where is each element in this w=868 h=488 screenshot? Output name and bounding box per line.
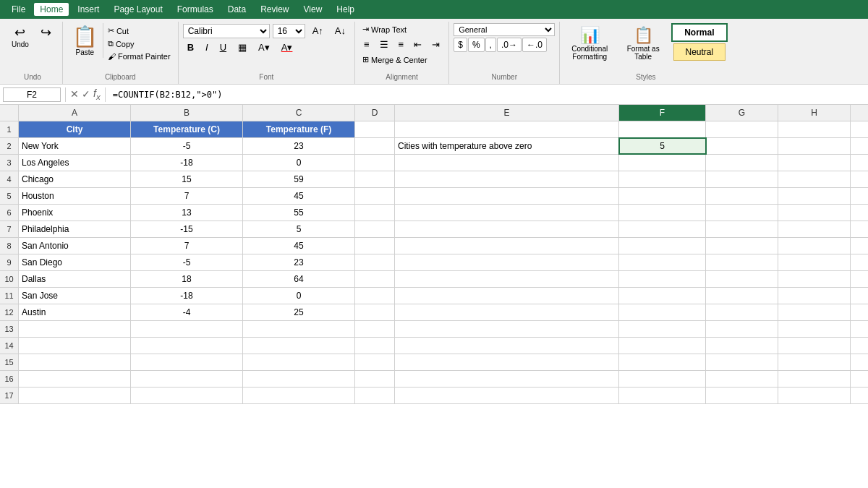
col-header-e[interactable]: E	[395, 105, 619, 121]
list-item[interactable]	[243, 388, 355, 403]
percent-button[interactable]: %	[468, 38, 485, 52]
list-item[interactable]	[778, 304, 851, 320]
list-item[interactable]	[395, 155, 619, 171]
list-item[interactable]: Houston	[19, 188, 131, 204]
list-item[interactable]: -5	[131, 138, 243, 154]
menu-data[interactable]: Data	[222, 3, 252, 16]
col-header-b[interactable]: B	[131, 105, 243, 121]
list-item[interactable]: -18	[131, 288, 243, 304]
list-item[interactable]	[395, 321, 619, 337]
list-item[interactable]: 23	[243, 254, 355, 270]
list-item[interactable]	[778, 171, 851, 187]
list-item[interactable]	[395, 371, 619, 387]
list-item[interactable]	[778, 138, 851, 154]
list-item[interactable]: Temperature (F)	[243, 121, 355, 137]
list-item[interactable]: 59	[243, 171, 355, 187]
align-left-button[interactable]: ≡	[359, 37, 374, 52]
col-header-d[interactable]: D	[355, 105, 395, 121]
list-item[interactable]: San Antonio	[19, 238, 131, 254]
row-header[interactable]: 1	[0, 121, 19, 137]
font-family-dropdown[interactable]: Calibri	[183, 24, 270, 38]
list-item[interactable]	[355, 138, 395, 154]
currency-button[interactable]: $	[454, 38, 467, 52]
list-item[interactable]: 0	[243, 288, 355, 304]
col-header-c[interactable]: C	[243, 105, 355, 121]
list-item[interactable]	[355, 254, 395, 270]
col-header-h[interactable]: H	[778, 105, 851, 121]
list-item[interactable]	[619, 171, 706, 187]
list-item[interactable]	[778, 238, 851, 254]
list-item[interactable]: Austin	[19, 304, 131, 320]
list-item[interactable]: Chicago	[19, 171, 131, 187]
list-item[interactable]	[706, 254, 778, 270]
list-item[interactable]	[395, 188, 619, 204]
menu-review[interactable]: Review	[255, 3, 294, 16]
list-item[interactable]	[19, 371, 131, 387]
list-item[interactable]	[243, 338, 355, 354]
col-header-i[interactable]: I	[851, 105, 868, 121]
list-item[interactable]	[395, 338, 619, 354]
list-item[interactable]: Phoenix	[19, 205, 131, 221]
list-item[interactable]	[619, 271, 706, 287]
list-item[interactable]	[778, 338, 851, 354]
list-item[interactable]	[706, 304, 778, 320]
row-header[interactable]: 3	[0, 155, 19, 171]
list-item[interactable]: 25	[243, 304, 355, 320]
list-item[interactable]	[355, 354, 395, 370]
list-item[interactable]: Cities with temperature above zero	[395, 138, 619, 154]
list-item[interactable]: 45	[243, 188, 355, 204]
list-item[interactable]: -4	[131, 304, 243, 320]
list-item[interactable]: 7	[131, 238, 243, 254]
list-item[interactable]	[619, 321, 706, 337]
align-center-button[interactable]: ☰	[375, 37, 393, 52]
list-item[interactable]: -15	[131, 221, 243, 237]
list-item[interactable]	[619, 188, 706, 204]
list-item[interactable]	[851, 221, 868, 237]
underline-button[interactable]: U	[216, 40, 231, 55]
list-item[interactable]	[619, 371, 706, 387]
menu-page-layout[interactable]: Page Layout	[108, 3, 168, 16]
list-item[interactable]	[851, 155, 868, 171]
list-item[interactable]	[851, 321, 868, 337]
font-grow-button[interactable]: A↑	[308, 23, 328, 38]
comma-button[interactable]: ,	[485, 38, 496, 52]
row-header[interactable]: 15	[0, 354, 19, 370]
list-item[interactable]: -5	[131, 254, 243, 270]
list-item[interactable]	[778, 188, 851, 204]
list-item[interactable]: City	[19, 121, 131, 137]
list-item[interactable]	[355, 271, 395, 287]
list-item[interactable]	[619, 155, 706, 171]
menu-insert[interactable]: Insert	[72, 3, 105, 16]
undo-button[interactable]: ↩ Undo	[7, 23, 33, 52]
list-item[interactable]	[355, 205, 395, 221]
bold-button[interactable]: B	[183, 40, 198, 55]
menu-view[interactable]: View	[298, 3, 328, 16]
list-item[interactable]	[619, 388, 706, 403]
list-item[interactable]: Dallas	[19, 271, 131, 287]
row-header[interactable]: 13	[0, 321, 19, 337]
list-item[interactable]	[778, 388, 851, 403]
list-item[interactable]: 0	[243, 155, 355, 171]
col-header-f[interactable]: F	[619, 105, 706, 121]
list-item[interactable]	[131, 321, 243, 337]
row-header[interactable]: 9	[0, 254, 19, 270]
menu-file[interactable]: File	[6, 3, 31, 16]
border-button[interactable]: ▦	[234, 40, 251, 55]
copy-button[interactable]: ⧉ Copy	[105, 38, 174, 50]
list-item[interactable]	[395, 354, 619, 370]
list-item[interactable]	[778, 121, 851, 137]
list-item[interactable]	[395, 304, 619, 320]
list-item[interactable]	[355, 388, 395, 403]
col-header-g[interactable]: G	[706, 105, 778, 121]
list-item[interactable]	[395, 121, 619, 137]
list-item[interactable]	[395, 271, 619, 287]
increase-indent-button[interactable]: ⇥	[427, 37, 444, 52]
row-header[interactable]: 5	[0, 188, 19, 204]
list-item[interactable]	[619, 238, 706, 254]
list-item[interactable]	[619, 304, 706, 320]
row-header[interactable]: 17	[0, 388, 19, 403]
insert-function-icon[interactable]: fx	[93, 87, 101, 101]
merge-center-button[interactable]: ⊞ Merge & Center	[359, 53, 430, 66]
list-item[interactable]: Los Angeles	[19, 155, 131, 171]
list-item[interactable]	[778, 254, 851, 270]
